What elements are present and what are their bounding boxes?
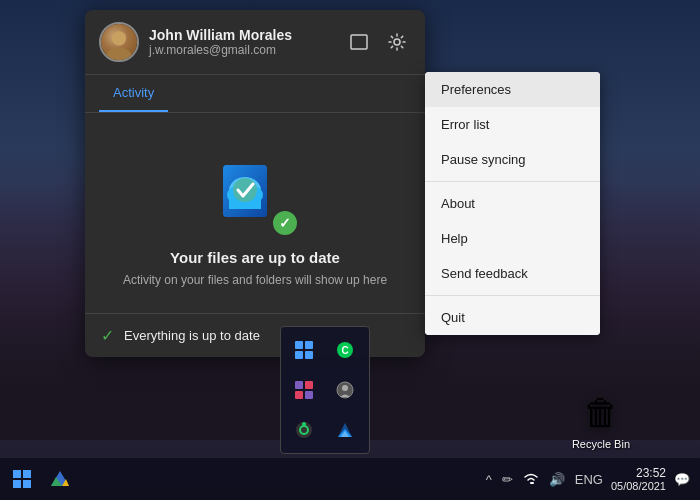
recycle-bin-icon: 🗑 — [583, 392, 619, 434]
svg-rect-1 — [305, 341, 313, 349]
svg-point-16 — [106, 47, 131, 62]
tray-language[interactable]: ENG — [573, 470, 605, 489]
svg-rect-0 — [295, 341, 303, 349]
svg-point-18 — [394, 39, 400, 45]
tray-popup: C — [280, 326, 370, 454]
status-bar: ✓ Everything is up to date — [85, 313, 425, 357]
dropdown-menu: Preferences Error list Pause syncing Abo… — [425, 72, 600, 335]
files-subtitle-text: Activity on your files and folders will … — [123, 272, 387, 289]
tray-pencil-icon[interactable]: ✏ — [500, 470, 515, 489]
user-info: John William Morales j.w.morales@gmail.c… — [149, 27, 345, 57]
settings-button[interactable] — [383, 28, 411, 56]
menu-item-pause-syncing[interactable]: Pause syncing — [425, 142, 600, 177]
taskbar-icon-tiles[interactable] — [4, 461, 40, 497]
tray-popup-icon-3[interactable] — [285, 371, 323, 409]
user-email: j.w.morales@gmail.com — [149, 43, 345, 57]
menu-item-send-feedback[interactable]: Send feedback — [425, 256, 600, 291]
tray-popup-icon-6[interactable] — [326, 411, 364, 449]
tray-notification-icon[interactable]: 💬 — [672, 470, 692, 489]
svg-rect-6 — [295, 381, 303, 389]
menu-divider-1 — [425, 181, 600, 182]
svg-rect-3 — [305, 351, 313, 359]
tray-wifi-icon[interactable] — [521, 469, 541, 490]
menu-divider-2 — [425, 295, 600, 296]
svg-rect-26 — [13, 470, 21, 478]
tray-popup-icon-4[interactable] — [326, 371, 364, 409]
tray-popup-icon-1[interactable] — [285, 331, 323, 369]
svg-point-15 — [112, 31, 126, 45]
sync-check-badge: ✓ — [271, 209, 299, 237]
files-up-to-date-text: Your files are up to date — [170, 249, 340, 266]
window-button[interactable] — [345, 28, 373, 56]
header-icons — [345, 28, 411, 56]
taskbar: ^ ✏ 🔊 ENG 23:52 05/08/2021 💬 — [0, 458, 700, 500]
system-tray: ^ ✏ 🔊 ENG 23:52 05/08/2021 💬 — [476, 466, 700, 492]
drive-panel: John William Morales j.w.morales@gmail.c… — [85, 10, 425, 357]
svg-rect-8 — [295, 391, 303, 399]
avatar — [99, 22, 139, 62]
menu-item-quit[interactable]: Quit — [425, 300, 600, 335]
recycle-bin[interactable]: 🗑 Recycle Bin — [572, 392, 630, 450]
menu-item-preferences[interactable]: Preferences — [425, 72, 600, 107]
tab-row: Activity — [85, 75, 425, 113]
panel-content: ✓ Your files are up to date Activity on … — [85, 113, 425, 313]
svg-rect-2 — [295, 351, 303, 359]
svg-rect-9 — [305, 391, 313, 399]
status-text: Everything is up to date — [124, 328, 260, 343]
tray-clock[interactable]: 23:52 05/08/2021 — [611, 466, 666, 492]
svg-point-11 — [342, 385, 348, 391]
tray-chevron[interactable]: ^ — [484, 470, 494, 489]
svg-rect-7 — [305, 381, 313, 389]
panel-header: John William Morales j.w.morales@gmail.c… — [85, 10, 425, 75]
svg-point-14 — [302, 422, 306, 426]
tab-activity[interactable]: Activity — [99, 75, 168, 112]
tray-popup-icon-2[interactable]: C — [326, 331, 364, 369]
user-name: John William Morales — [149, 27, 345, 43]
svg-text:C: C — [341, 345, 348, 356]
tray-popup-icon-5[interactable] — [285, 411, 323, 449]
svg-rect-17 — [351, 35, 367, 49]
menu-item-about[interactable]: About — [425, 186, 600, 221]
tray-time: 23:52 — [611, 466, 666, 480]
taskbar-icon-drive[interactable] — [42, 461, 78, 497]
taskbar-pinned — [0, 461, 476, 497]
svg-rect-28 — [13, 480, 21, 488]
recycle-bin-label: Recycle Bin — [572, 438, 630, 450]
tray-volume-icon[interactable]: 🔊 — [547, 470, 567, 489]
svg-rect-27 — [23, 470, 31, 478]
drive-icon-container: ✓ — [215, 153, 295, 233]
menu-item-error-list[interactable]: Error list — [425, 107, 600, 142]
tray-date: 05/08/2021 — [611, 480, 666, 492]
status-check-icon: ✓ — [101, 326, 114, 345]
menu-item-help[interactable]: Help — [425, 221, 600, 256]
svg-rect-29 — [23, 480, 31, 488]
